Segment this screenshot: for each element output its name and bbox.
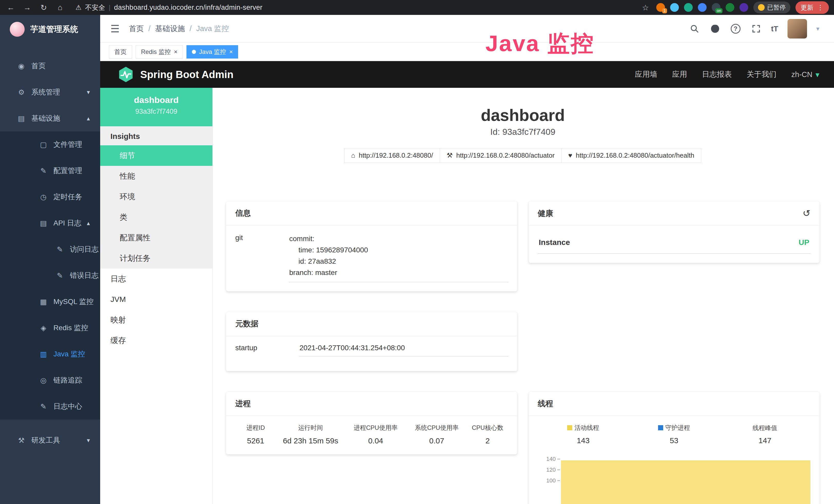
tab-home[interactable]: 首页 <box>109 45 132 59</box>
health-card: 健康 ↺ Instance UP <box>529 201 820 263</box>
chevron-down-icon: ▾ <box>87 89 90 96</box>
threads-card: 线程 活动线程 143 守护进程 53 <box>529 392 820 504</box>
close-icon[interactable]: × <box>174 48 177 55</box>
col-header: 运行时间 <box>276 423 345 432</box>
sba-nav-journal[interactable]: 日志报表 <box>702 69 732 79</box>
extension-icon-grid[interactable] <box>698 3 707 12</box>
page-subtitle: Id: 93a3fc7f7409 <box>226 127 820 137</box>
extension-icon-dropper[interactable] <box>670 3 679 12</box>
sidebar-menu: ◉ 首页 ⚙ 系统管理 ▾ ▤ 基础设施 ▴ ▢ 文件管理 ✎ 配置管理 <box>0 44 100 453</box>
infrastructure-icon: ▤ <box>17 114 26 123</box>
sba-item-jvm[interactable]: JVM <box>100 289 213 310</box>
extension-icon-orange[interactable]: 1 <box>656 3 665 12</box>
sba-item-logs[interactable]: 日志 <box>100 269 213 289</box>
tab-redis-monitor[interactable]: Redis 监控 × <box>136 45 183 59</box>
sidebar-item-system-management[interactable]: ⚙ 系统管理 ▾ <box>0 79 100 105</box>
sba-nav: 应用墙 应用 日志报表 关于我们 zh-CN ▾ <box>635 69 819 79</box>
sidebar-item-access-logs[interactable]: ✎ 访问日志 <box>0 236 100 262</box>
sba-item-config-props[interactable]: 配置属性 <box>100 228 213 248</box>
sba-brand-title[interactable]: Spring Boot Admin <box>140 69 234 81</box>
service-url: http://192.168.0.2:48080/ <box>359 152 433 159</box>
heart-icon: ♥ <box>568 152 572 159</box>
extension-icon-puzzle[interactable] <box>740 3 748 12</box>
address-bar[interactable]: ⚠ 不安全 | dashboard.yudao.iocoder.cn/infra… <box>71 2 635 14</box>
browser-home-icon[interactable]: ⌂ <box>54 3 66 12</box>
sidebar-item-log-center[interactable]: ✎ 日志中心 <box>0 393 100 419</box>
sidebar-item-label: 错误日志 <box>70 271 98 280</box>
sidebar-item-home[interactable]: ◉ 首页 <box>0 53 100 79</box>
sba-main: dashboard Id: 93a3fc7f7409 ⌂ http://192.… <box>213 88 834 504</box>
close-icon[interactable]: × <box>229 48 233 55</box>
sba-sidebar: dashboard 93a3fc7f7409 Insights 细节 性能 环境… <box>100 88 213 504</box>
paused-chip[interactable]: 已暂停 <box>753 2 790 13</box>
sba-nav-applications[interactable]: 应用 <box>672 69 687 79</box>
sidebar-item-redis-monitor[interactable]: ◈ Redis 监控 <box>0 315 100 341</box>
search-icon[interactable] <box>689 23 700 35</box>
col-header: 进程ID <box>235 423 276 432</box>
cards-grid: 信息 git commit: time: 1596289704000 id: 2… <box>226 201 820 504</box>
sba-item-environment[interactable]: 环境 <box>100 186 213 207</box>
url-text[interactable]: dashboard.yudao.iocoder.cn/infra/admin-s… <box>114 4 263 12</box>
sba-item-metrics[interactable]: 性能 <box>100 166 213 186</box>
font-size-icon[interactable]: tT <box>771 24 778 33</box>
extension-badge: 1 <box>662 8 667 13</box>
sidebar-item-error-logs[interactable]: ✎ 错误日志 <box>0 262 100 289</box>
sba-language-select[interactable]: zh-CN ▾ <box>791 70 819 79</box>
chevron-down-icon: ▾ <box>87 437 90 444</box>
health-url-link[interactable]: ♥ http://192.168.0.2:48080/actuator/heal… <box>561 148 701 163</box>
sidebar-item-java-monitor[interactable]: ▥ Java 监控 <box>0 341 100 367</box>
sidebar-item-dev-tools[interactable]: ⚒ 研发工具 ▾ <box>0 427 100 453</box>
sidebar-item-tracing[interactable]: ◎ 链路追踪 <box>0 367 100 393</box>
extension-icon-switch[interactable]: on <box>712 3 721 12</box>
extension-icon-green-circle[interactable] <box>684 3 693 12</box>
breadcrumb: 首页 / 基础设施 / Java 监控 <box>129 24 229 34</box>
browser-chrome: ← → ↻ ⌂ ⚠ 不安全 | dashboard.yudao.iocoder.… <box>0 0 834 15</box>
service-url-link[interactable]: ⌂ http://192.168.0.2:48080/ <box>344 148 440 163</box>
extension-icon-leaf[interactable] <box>726 3 734 12</box>
sidebar-item-api-logs[interactable]: ▤ API 日志 ▴ <box>0 210 100 236</box>
sba-nav-about[interactable]: 关于我们 <box>747 69 776 79</box>
sba-nav-wallboard[interactable]: 应用墙 <box>635 69 657 79</box>
avatar[interactable] <box>788 19 807 39</box>
sba-item-scheduled-tasks[interactable]: 计划任务 <box>100 248 213 269</box>
instance-header[interactable]: dashboard 93a3fc7f7409 <box>100 88 213 126</box>
update-button[interactable]: 更新 ⋮ <box>795 1 829 14</box>
tab-java-monitor[interactable]: Java 监控 × <box>186 45 238 59</box>
wrench-icon: ⚒ <box>447 152 453 159</box>
avatar-caret-icon[interactable]: ▾ <box>816 25 819 32</box>
sidebar-item-scheduled-jobs[interactable]: ◷ 定时任务 <box>0 184 100 210</box>
github-icon[interactable] <box>709 23 721 35</box>
fullscreen-icon[interactable] <box>750 23 762 35</box>
instance-name: dashboard <box>100 95 213 105</box>
reload-icon[interactable]: ↻ <box>38 3 49 12</box>
home-dashboard-icon: ◉ <box>17 62 26 70</box>
security-warning-icon[interactable]: ⚠ <box>75 4 82 12</box>
actuator-url-link[interactable]: ⚒ http://192.168.0.2:48080/actuator <box>440 148 562 163</box>
sidebar-item-file-management[interactable]: ▢ 文件管理 <box>0 132 100 158</box>
tab-label: Redis 监控 <box>141 48 171 56</box>
help-icon[interactable]: ? <box>730 23 741 35</box>
browser-menu-icon[interactable]: ⋮ <box>817 4 824 12</box>
sidebar-item-label: MySQL 监控 <box>53 297 93 306</box>
legend-value: 147 <box>720 436 810 445</box>
health-instance-row[interactable]: Instance UP <box>538 233 811 254</box>
back-icon[interactable]: ← <box>5 3 17 12</box>
emoji-face-icon <box>758 4 765 11</box>
sidebar-item-label: 研发工具 <box>31 435 60 445</box>
sidebar-item-mysql-monitor[interactable]: ▦ MySQL 监控 <box>0 289 100 315</box>
history-icon[interactable]: ↺ <box>803 208 810 219</box>
sba-item-caches[interactable]: 缓存 <box>100 330 213 351</box>
metadata-card-title: 元数据 <box>235 319 258 329</box>
sidebar-item-infrastructure[interactable]: ▤ 基础设施 ▴ <box>0 105 100 132</box>
sidebar-item-label: 链路追踪 <box>53 375 82 385</box>
metadata-card: 元数据 startup 2021-04-27T00:44:31.254+08:0… <box>226 312 517 371</box>
sba-item-details[interactable]: 细节 <box>100 145 213 166</box>
collapse-sidebar-icon[interactable]: ☰ <box>110 23 120 35</box>
forward-icon[interactable]: → <box>22 3 33 12</box>
breadcrumb-home[interactable]: 首页 <box>129 24 144 34</box>
sba-item-classes[interactable]: 类 <box>100 207 213 228</box>
bookmark-star-icon[interactable]: ☆ <box>640 3 651 12</box>
app-logo-row[interactable]: 芋道管理系统 <box>0 15 100 44</box>
sidebar-item-config-management[interactable]: ✎ 配置管理 <box>0 158 100 184</box>
sba-item-mappings[interactable]: 映射 <box>100 310 213 330</box>
